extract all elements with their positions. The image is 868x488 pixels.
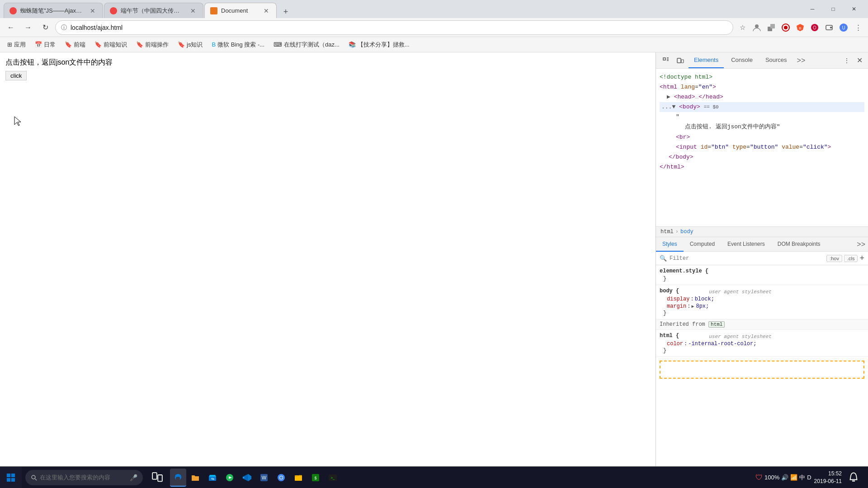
- tab-1[interactable]: 蜘蛛随笔"JS——Ajax原理应用 ✕: [4, 3, 103, 18]
- task-view-button[interactable]: [148, 469, 166, 487]
- address-bar[interactable]: ⓘ localhost/ajax.html: [55, 20, 733, 35]
- style-rule-html: html { user agent stylesheet color : -in…: [656, 330, 868, 357]
- box-model-placeholder: [660, 361, 864, 379]
- microphone-icon[interactable]: 🎤: [130, 474, 137, 481]
- filter-input[interactable]: [670, 255, 824, 262]
- profile-button[interactable]: [750, 21, 763, 34]
- style-rule-body-header: body { user agent stylesheet: [660, 288, 864, 296]
- hov-filter-button[interactable]: :hov: [826, 255, 842, 262]
- dom-line-br[interactable]: <br>: [660, 132, 864, 142]
- styles-tabs-row: Styles Computed Event Listeners DOM Brea…: [656, 237, 868, 252]
- taskbar-app-vscode[interactable]: [239, 469, 255, 487]
- taskbar-search-bar[interactable]: 🎤: [25, 470, 143, 485]
- breadcrumb-body[interactable]: body: [680, 229, 693, 235]
- bookmark-typing[interactable]: ⌨ 在线打字测试（daz...: [270, 39, 343, 50]
- start-button[interactable]: [0, 467, 22, 488]
- cls-filter-button[interactable]: .cls: [844, 255, 858, 262]
- tab-close-1[interactable]: ✕: [88, 6, 97, 15]
- devtools-tab-sources[interactable]: Sources: [760, 53, 793, 68]
- taskbar: 🎤 🛍 W: [0, 466, 868, 488]
- devtools-close-button[interactable]: ✕: [855, 54, 864, 66]
- tab-2[interactable]: 端午节（中国四大传统节日之一 ✕: [104, 3, 203, 18]
- taskbar-app-edge[interactable]: [170, 469, 186, 487]
- taskbar-app-dev[interactable]: >_: [325, 469, 341, 487]
- svg-text:$: $: [314, 476, 316, 480]
- devtools-tab-more[interactable]: >>: [794, 56, 808, 65]
- close-button[interactable]: ✕: [844, 2, 864, 16]
- svg-text:U: U: [842, 25, 845, 30]
- styles-tab-more[interactable]: >>: [854, 240, 868, 249]
- styles-tab-computed[interactable]: Computed: [684, 237, 721, 252]
- dom-line-html[interactable]: <html lang="en">: [660, 82, 864, 92]
- tab-3[interactable]: Document ✕: [204, 3, 277, 18]
- user-avatar[interactable]: U: [837, 21, 850, 34]
- minimize-button[interactable]: ─: [802, 2, 823, 16]
- tab-favicon-3: [210, 7, 217, 14]
- bookmark-apps[interactable]: ⊞ 应用: [4, 39, 29, 50]
- tab-close-2[interactable]: ✕: [189, 6, 198, 15]
- taskbar-app-finance[interactable]: $: [307, 469, 324, 487]
- notification-button[interactable]: [844, 469, 863, 487]
- device-toolbar-icon[interactable]: [674, 54, 687, 67]
- taskbar-clock[interactable]: 15:52 2019-06-11: [814, 470, 842, 485]
- taskbar-sys-icons: 🛡 100% 🔊 📶 中 D: [755, 474, 811, 482]
- taskbar-search-input[interactable]: [40, 474, 128, 481]
- nav-actions: ☆ B O U ⋮: [736, 21, 864, 34]
- svg-point-4: [784, 26, 788, 29]
- styles-tab-styles[interactable]: Styles: [656, 237, 684, 252]
- volume-icon[interactable]: 🔊: [781, 474, 788, 481]
- bookmark-frontend-knowledge[interactable]: 🔖 前端知识: [91, 39, 131, 50]
- inspector-icon[interactable]: [660, 54, 672, 67]
- breadcrumb-html[interactable]: html: [660, 229, 674, 235]
- ime-toggle[interactable]: D: [807, 474, 811, 481]
- title-bar: 蜘蛛随笔"JS——Ajax原理应用 ✕ 端午节（中国四大传统节日之一 ✕ Doc…: [0, 0, 868, 18]
- taskbar-app-files[interactable]: [187, 469, 203, 487]
- extensions-button[interactable]: [765, 21, 778, 34]
- battery-icon[interactable]: 100%: [764, 474, 779, 481]
- taskbar-app-store[interactable]: 🛍: [204, 469, 221, 487]
- forward-button[interactable]: →: [21, 20, 35, 35]
- cursor-arrow: [14, 116, 23, 128]
- virus-protection-icon[interactable]: 🛡: [755, 474, 763, 482]
- reload-button[interactable]: ↻: [38, 20, 52, 35]
- add-style-button[interactable]: +: [859, 253, 864, 263]
- taskbar-app-chrome[interactable]: [273, 469, 289, 487]
- svg-rect-22: [11, 478, 15, 482]
- taskbar-date-value: 2019-06-11: [814, 478, 842, 485]
- bookmark-daily[interactable]: 📅 日常: [31, 39, 59, 50]
- svg-rect-13: [663, 58, 665, 60]
- inherited-tag-html[interactable]: html: [708, 321, 725, 328]
- new-tab-button[interactable]: +: [279, 5, 292, 18]
- menu-button[interactable]: ⋮: [852, 21, 864, 34]
- click-button[interactable]: click: [5, 71, 27, 80]
- bookmark-js[interactable]: 🔖 js知识: [174, 39, 206, 50]
- styles-tab-dom-breakpoints[interactable]: DOM Breakpoints: [771, 237, 827, 252]
- bookmark-tech[interactable]: 📚 【技术分享】拯救...: [345, 39, 413, 50]
- ime-icon[interactable]: 中: [799, 474, 805, 482]
- devtools-settings-icon[interactable]: ⋮: [840, 54, 853, 67]
- devtools-tab-console[interactable]: Console: [726, 53, 758, 68]
- style-selector-element: element.style {: [660, 268, 864, 274]
- star-button[interactable]: ☆: [736, 21, 749, 34]
- bookmark-bing[interactable]: B 微软 Bing 搜索 -...: [208, 39, 268, 50]
- styles-tab-event-listeners[interactable]: Event Listeners: [721, 237, 771, 252]
- devtools-tab-elements[interactable]: Elements: [689, 53, 724, 68]
- taskbar-app-media[interactable]: [222, 469, 238, 487]
- dom-line-text2: 点击按钮. 返回json文件中的内容": [660, 122, 864, 132]
- svg-text:🛍: 🛍: [211, 477, 214, 480]
- tab-close-3[interactable]: ✕: [262, 6, 271, 15]
- dom-tree: <!doctype html> <html lang="en"> ▶ <head…: [656, 69, 868, 227]
- page-text: 点击按钮，返回json文件中的内容: [5, 58, 650, 67]
- dom-line-body[interactable]: ...▼ <body> == $0: [660, 102, 864, 112]
- bookmark-frontend-ops[interactable]: 🔖 前端操作: [132, 39, 172, 50]
- taskbar-app-explorer2[interactable]: [290, 469, 307, 487]
- back-button[interactable]: ←: [4, 20, 18, 35]
- bookmark-frontend[interactable]: 🔖 前端: [61, 39, 89, 50]
- dom-line-input[interactable]: <input id="btn" type="button" value="cli…: [660, 142, 864, 152]
- maximize-button[interactable]: □: [823, 2, 844, 16]
- svg-point-10: [830, 27, 832, 28]
- dom-line-head[interactable]: ▶ <head>…</head>: [660, 92, 864, 102]
- triangle-icon[interactable]: ▶: [691, 304, 694, 309]
- network-icon[interactable]: 📶: [790, 474, 797, 481]
- taskbar-app-word[interactable]: W: [256, 469, 272, 487]
